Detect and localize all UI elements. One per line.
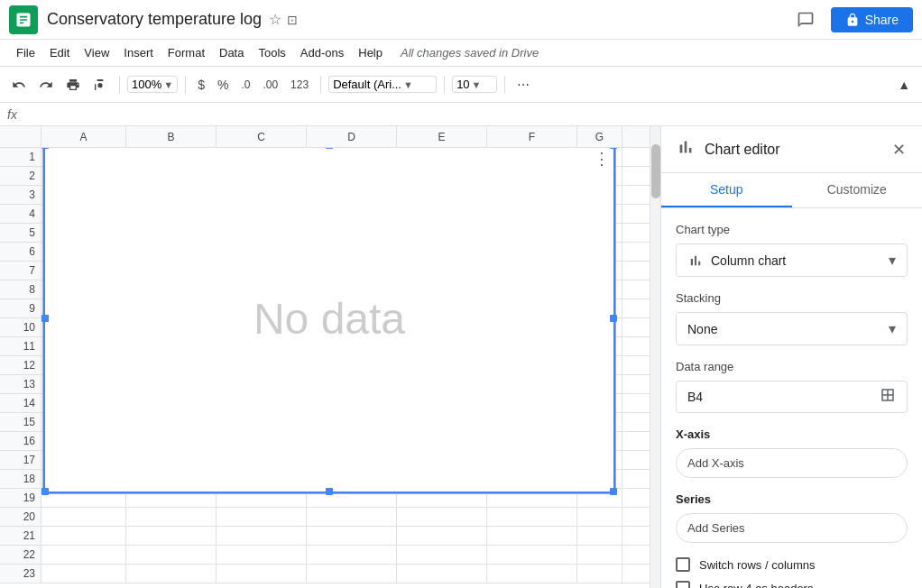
- tab-setup[interactable]: Setup: [661, 173, 792, 207]
- switch-rows-label: Switch rows / columns: [699, 558, 816, 572]
- scrollbar-thumb[interactable]: [651, 144, 660, 198]
- font-family-selector[interactable]: Default (Ari... ▼: [328, 76, 437, 93]
- star-icon[interactable]: ☆: [269, 11, 281, 28]
- comment-button[interactable]: [791, 5, 820, 34]
- menu-data[interactable]: Data: [212, 42, 251, 63]
- row-number: 16: [0, 432, 41, 450]
- chart-type-label: Chart type: [676, 223, 908, 236]
- grid-cell[interactable]: [487, 565, 577, 583]
- row-number: 18: [0, 470, 41, 488]
- spreadsheet-area: A B C D E F G 12345678910111213141516171…: [0, 126, 660, 588]
- grid-cell[interactable]: [487, 527, 577, 546]
- row-number: 10: [0, 318, 41, 336]
- grid-cell[interactable]: [397, 565, 487, 583]
- grid-cell[interactable]: [307, 546, 397, 565]
- paint-format-button[interactable]: [88, 74, 112, 96]
- separator-1: [119, 76, 120, 94]
- grid-cell[interactable]: [41, 508, 126, 527]
- series-title: Series: [676, 492, 908, 506]
- collapse-toolbar-button[interactable]: ▲: [893, 74, 915, 96]
- app-icon: [9, 5, 38, 34]
- more-formats-button[interactable]: ⋯: [512, 74, 534, 96]
- row-num-header: [0, 126, 41, 147]
- spreadsheet[interactable]: A B C D E F G 12345678910111213141516171…: [0, 126, 650, 588]
- chart-type-dropdown[interactable]: Column chart ▾: [676, 243, 908, 277]
- grid-cell[interactable]: [41, 565, 126, 583]
- chart-overlay[interactable]: No data ⋮: [42, 142, 616, 494]
- chart-editor-title: Chart editor: [705, 142, 881, 158]
- folder-icon[interactable]: ⊡: [287, 13, 298, 27]
- chart-type-chevron: ▾: [889, 252, 896, 269]
- chart-editor-close-button[interactable]: ✕: [890, 138, 908, 161]
- grid-cell[interactable]: [487, 546, 577, 565]
- row-number: 17: [0, 451, 41, 469]
- zoom-selector[interactable]: 100% ▼: [127, 76, 178, 93]
- decimal-more-button[interactable]: .0: [236, 75, 254, 95]
- grid-cell[interactable]: [217, 546, 307, 565]
- grid-cell[interactable]: [577, 508, 622, 527]
- menu-format[interactable]: Format: [161, 42, 212, 63]
- data-range-grid-icon[interactable]: [880, 387, 896, 407]
- table-row: 21: [0, 527, 650, 546]
- grid-cell[interactable]: [397, 508, 487, 527]
- switch-rows-checkbox[interactable]: [676, 557, 690, 572]
- tab-customize[interactable]: Customize: [792, 173, 923, 207]
- percent-button[interactable]: %: [213, 74, 233, 96]
- grid-cell[interactable]: [217, 508, 307, 527]
- grid-cell[interactable]: [397, 546, 487, 565]
- stacking-dropdown[interactable]: None ▾: [676, 312, 908, 345]
- grid-cell[interactable]: [126, 508, 217, 527]
- menu-addons[interactable]: Add-ons: [293, 42, 351, 63]
- grid-cell[interactable]: [577, 546, 622, 565]
- menu-view[interactable]: View: [77, 42, 116, 63]
- grid-cell[interactable]: [41, 546, 126, 565]
- add-series-button[interactable]: Add Series: [676, 513, 908, 543]
- redo-button[interactable]: [34, 74, 58, 96]
- grid-cell[interactable]: [307, 565, 397, 583]
- vertical-scrollbar[interactable]: [650, 126, 660, 588]
- zoom-value: 100%: [132, 78, 161, 91]
- chart-editor-tabs: Setup Customize: [661, 173, 922, 208]
- separator-4: [444, 76, 445, 94]
- grid-cell[interactable]: [126, 527, 217, 546]
- undo-button[interactable]: [7, 74, 31, 96]
- currency-button[interactable]: $: [193, 74, 209, 96]
- col-header-D[interactable]: D: [307, 126, 397, 148]
- grid-cell[interactable]: [126, 565, 217, 583]
- chart-menu-button[interactable]: ⋮: [594, 149, 610, 169]
- separator-3: [320, 76, 321, 94]
- decimal-less-button[interactable]: .00: [258, 75, 282, 95]
- add-x-axis-button[interactable]: Add X-axis: [676, 448, 908, 478]
- col-header-G[interactable]: G: [577, 126, 622, 148]
- format-number-button[interactable]: 123: [286, 75, 313, 95]
- col-header-A[interactable]: A: [41, 126, 126, 148]
- font-size-selector[interactable]: 10 ▼: [452, 76, 497, 93]
- grid-cell[interactable]: [217, 565, 307, 583]
- grid-cell[interactable]: [307, 508, 397, 527]
- menu-edit[interactable]: Edit: [42, 42, 77, 63]
- share-button[interactable]: Share: [831, 7, 913, 32]
- use-row-headers-checkbox[interactable]: [676, 581, 690, 588]
- row-number: 15: [0, 413, 41, 431]
- separator-2: [185, 76, 186, 94]
- grid-cell[interactable]: [397, 527, 487, 546]
- col-header-E[interactable]: E: [397, 126, 487, 148]
- col-header-B[interactable]: B: [126, 126, 217, 148]
- grid-cell[interactable]: [487, 508, 577, 527]
- row-number: 13: [0, 375, 41, 393]
- grid-cell[interactable]: [577, 527, 622, 546]
- col-header-F[interactable]: F: [487, 126, 577, 148]
- data-range-field[interactable]: B4: [676, 381, 908, 413]
- grid-cell[interactable]: [41, 527, 126, 546]
- grid-cell[interactable]: [307, 527, 397, 546]
- grid-cell[interactable]: [577, 565, 622, 583]
- menu-file[interactable]: File: [9, 42, 42, 63]
- print-button[interactable]: [61, 74, 85, 96]
- row-number: 23: [0, 565, 41, 583]
- menu-insert[interactable]: Insert: [116, 42, 161, 63]
- col-header-C[interactable]: C: [217, 126, 307, 148]
- grid-cell[interactable]: [126, 546, 217, 565]
- menu-tools[interactable]: Tools: [251, 42, 292, 63]
- grid-cell[interactable]: [217, 527, 307, 546]
- menu-help[interactable]: Help: [351, 42, 390, 63]
